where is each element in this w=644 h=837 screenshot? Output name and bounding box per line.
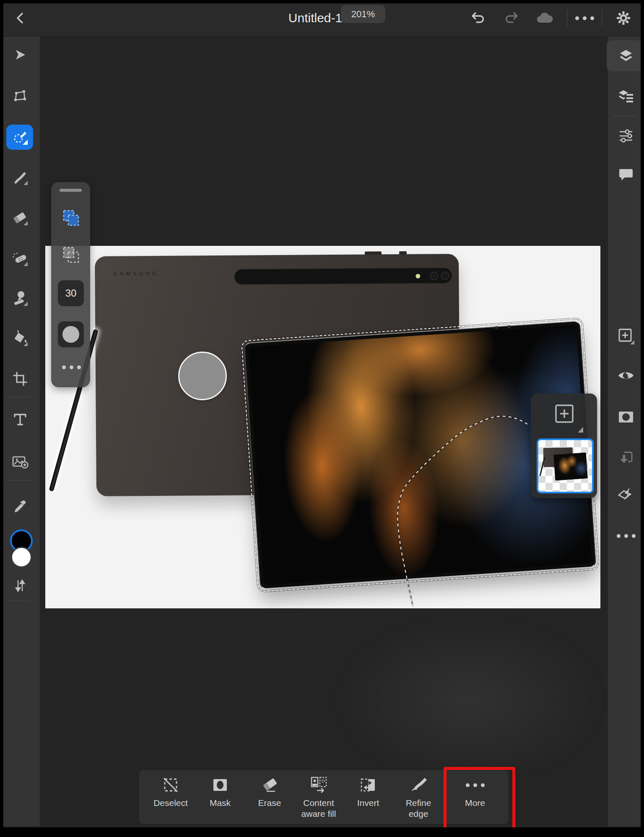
- comments-button[interactable]: [608, 160, 644, 189]
- expand-corner-icon[interactable]: [578, 427, 583, 433]
- more-layer-options-button[interactable]: [608, 521, 644, 550]
- tablet-power-button: [365, 251, 382, 255]
- tool-options-panel: 30: [51, 182, 90, 387]
- top-bar: Untitled-1 201%: [0, 0, 644, 37]
- brush-cursor: [178, 352, 227, 400]
- zoom-level-badge[interactable]: 201%: [341, 5, 385, 23]
- refine-edge-button[interactable]: Refine edge: [395, 776, 441, 820]
- screenshot-frame: [0, 0, 644, 3]
- refine-edge-brush-icon: [409, 776, 428, 794]
- transform-tool[interactable]: [0, 82, 40, 110]
- fill-tool[interactable]: [0, 324, 40, 353]
- layer-mask-button[interactable]: [608, 403, 644, 431]
- eye-icon: [617, 369, 635, 382]
- layers-flyout-panel: [531, 394, 597, 498]
- redo-icon: [504, 12, 519, 24]
- invert-button[interactable]: Invert: [345, 776, 391, 808]
- layer-properties-icon: [618, 89, 634, 104]
- chevron-left-icon: [14, 12, 26, 24]
- action-label: Mask: [210, 798, 231, 808]
- type-tool[interactable]: [0, 405, 40, 434]
- layer-visibility-button[interactable]: [608, 361, 644, 390]
- layers-icon: [618, 48, 634, 63]
- add-layer-icon: [617, 327, 635, 345]
- redo-button[interactable]: [500, 0, 523, 36]
- crop-icon: [13, 371, 28, 386]
- more-tool-options-button[interactable]: [62, 365, 81, 369]
- drag-handle[interactable]: [60, 189, 82, 192]
- topbar-divider: [567, 10, 567, 26]
- action-label: Deselect: [153, 798, 188, 808]
- add-layer-icon: [554, 404, 574, 424]
- adjustments-button[interactable]: [608, 122, 644, 150]
- screenshot-frame: [641, 0, 644, 837]
- action-label: Erase: [258, 798, 281, 808]
- action-label: Invert: [357, 798, 379, 808]
- brush-icon: [12, 169, 29, 186]
- selection-brush-tool[interactable]: [0, 123, 40, 151]
- erase-button[interactable]: Erase: [247, 776, 293, 808]
- right-toolbar: [608, 37, 644, 827]
- brush-hardness-button[interactable]: [57, 321, 84, 348]
- document-canvas[interactable]: SAMSUNG: [45, 246, 600, 608]
- layer-effects-button[interactable]: [608, 481, 644, 509]
- layer-thumbnail[interactable]: [537, 438, 594, 493]
- layers-panel-button[interactable]: [608, 42, 644, 70]
- healing-brush-tool[interactable]: [0, 244, 40, 273]
- subtract-selection-icon: [61, 245, 80, 264]
- clip-layer-button[interactable]: [608, 444, 644, 472]
- cloud-sync-button[interactable]: [532, 0, 556, 36]
- layer-properties-button[interactable]: [608, 82, 644, 110]
- move-cursor-icon: [13, 48, 27, 62]
- eyedropper-icon: [13, 499, 28, 514]
- crop-tool[interactable]: [0, 365, 40, 393]
- mask-icon: [618, 411, 634, 423]
- topbar-divider: [602, 10, 602, 26]
- toolbar-divider: [8, 480, 31, 480]
- action-label: Content aware fill: [291, 798, 346, 820]
- swap-colors-button[interactable]: [0, 571, 40, 600]
- mask-icon: [211, 776, 229, 794]
- comment-bubble-icon: [618, 167, 634, 182]
- flash-dot: [415, 274, 420, 279]
- content-aware-fill-icon: [309, 776, 328, 794]
- back-button[interactable]: [10, 0, 30, 36]
- brush-size-button[interactable]: 30: [57, 280, 84, 307]
- adjustments-sliders-icon: [618, 128, 634, 143]
- content-aware-fill-button[interactable]: Content aware fill: [291, 776, 346, 820]
- undo-button[interactable]: [466, 0, 490, 36]
- selection-brush-icon: [12, 129, 29, 146]
- deselect-button[interactable]: Deselect: [148, 776, 194, 808]
- subtract-selection-mode-button[interactable]: [61, 245, 80, 264]
- brush-tool[interactable]: [0, 164, 40, 192]
- add-layer-button[interactable]: [554, 404, 574, 424]
- screenshot-frame: [0, 0, 3, 837]
- annotation-highlight-rectangle: [444, 767, 515, 830]
- cloud-icon: [535, 12, 553, 24]
- background-color-chip[interactable]: [11, 547, 32, 568]
- camera-lens: [441, 271, 449, 280]
- mask-button[interactable]: Mask: [197, 776, 243, 808]
- deselect-icon: [162, 776, 179, 794]
- tablet-volume-button: [399, 251, 407, 255]
- add-selection-icon: [61, 208, 80, 227]
- move-tool[interactable]: [0, 41, 40, 69]
- document-title[interactable]: Untitled-1: [288, 11, 342, 25]
- clone-stamp-icon: [12, 290, 29, 307]
- camera-bar: [234, 268, 452, 284]
- gear-icon: [616, 10, 631, 26]
- brush-size-value: 30: [65, 287, 77, 299]
- undo-icon: [471, 12, 485, 24]
- place-image-tool[interactable]: [0, 448, 40, 476]
- eraser-tool[interactable]: [0, 204, 40, 232]
- clone-stamp-tool[interactable]: [0, 284, 40, 313]
- eyedropper-tool[interactable]: [0, 493, 40, 521]
- eraser-icon: [261, 776, 278, 794]
- add-selection-mode-button[interactable]: [61, 208, 80, 227]
- toolbar-divider: [8, 397, 31, 397]
- eraser-icon: [12, 210, 29, 227]
- add-layer-button[interactable]: [608, 322, 644, 350]
- settings-button[interactable]: [611, 0, 636, 36]
- more-options-button[interactable]: [573, 0, 596, 36]
- add-image-icon: [12, 454, 29, 469]
